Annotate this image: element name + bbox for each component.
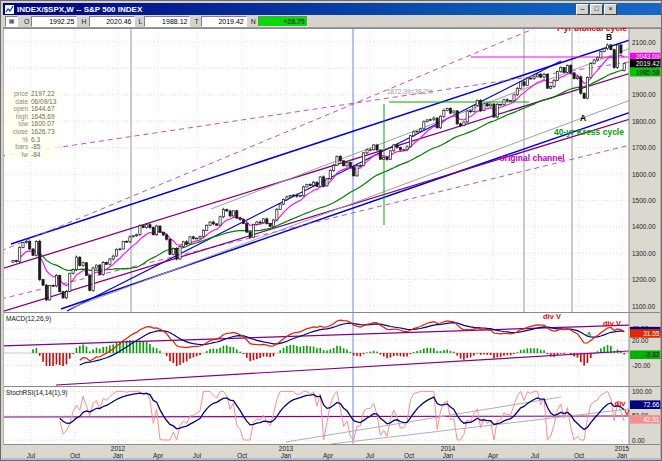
svg-text:1400.00: 1400.00 — [632, 223, 656, 230]
svg-text:Jul: Jul — [27, 452, 36, 459]
svg-text:Jan: Jan — [281, 452, 292, 459]
svg-text:1300.00: 1300.00 — [632, 250, 656, 257]
svg-text:B: B — [606, 32, 612, 42]
svg-text:20.00: 20.00 — [632, 337, 649, 344]
svg-text:Jan: Jan — [617, 452, 628, 459]
restore-button[interactable]: □ — [590, 4, 603, 15]
svg-text:Jul: Jul — [531, 452, 540, 459]
data-window-row: close1626.73 — [6, 128, 56, 136]
svg-text:1200.00: 1200.00 — [632, 276, 656, 283]
svg-text:A: A — [580, 113, 586, 123]
svg-text:31.55: 31.55 — [643, 330, 660, 337]
svg-text:1100.00: 1100.00 — [632, 303, 655, 310]
svg-text:div V: div V — [543, 312, 561, 321]
svg-text:1500.00: 1500.00 — [632, 197, 656, 204]
low-value: 1988.12 — [144, 16, 190, 27]
svg-text:72.66: 72.66 — [643, 401, 660, 408]
high-value: 2020.46 — [89, 16, 135, 27]
high-label: H — [81, 18, 86, 25]
svg-text:1700.00: 1700.00 — [632, 144, 656, 151]
svg-text:2019.42: 2019.42 — [636, 60, 660, 67]
svg-text:100.00: 100.00 — [632, 388, 652, 395]
macd-indicator-label: MACD(12,26,9) — [6, 315, 51, 322]
net-change-value: +28.75 — [258, 16, 308, 27]
svg-text:1600.00: 1600.00 — [632, 171, 656, 178]
svg-text:42.51: 42.51 — [643, 416, 660, 423]
trade-value: 2019.42 — [201, 16, 247, 27]
svg-text:1872.39=38.2%: 1872.39=38.2% — [387, 88, 433, 95]
chart-canvas[interactable]: 2100.002000.001900.001800.001700.001600.… — [1, 1, 662, 461]
data-window: price2197.22date06/09/13open1644.67high1… — [5, 89, 59, 159]
minimize-button[interactable]: – — [576, 4, 589, 15]
data-window-row: lw-84 — [6, 151, 56, 159]
chart-window: 2100.002000.001900.001800.001700.001600.… — [0, 0, 662, 461]
svg-text:-20.00: -20.00 — [632, 362, 651, 369]
quote-bar: ▦ O 1992.25 H 2020.46 L 1988.12 T 2019.4… — [3, 15, 661, 28]
data-window-row: price2197.22 — [6, 90, 56, 98]
low-label: L — [139, 18, 143, 25]
svg-text:Jan: Jan — [443, 452, 454, 459]
trade-label: T — [194, 18, 198, 25]
svg-text:1985.58: 1985.58 — [636, 69, 660, 76]
open-value: 1992.25 — [31, 16, 77, 27]
svg-text:2100.00: 2100.00 — [632, 39, 656, 46]
open-label: O — [24, 18, 29, 25]
svg-text:Apr: Apr — [488, 452, 499, 460]
svg-text:Oct: Oct — [70, 452, 80, 459]
net-change-label: N — [251, 18, 256, 25]
svg-text:0.00: 0.00 — [632, 437, 645, 444]
svg-text:40-yr Kress cycle: 40-yr Kress cycle — [554, 127, 624, 137]
data-window-row: date06/09/13 — [6, 98, 56, 106]
data-window-row: open1644.67 — [6, 105, 56, 113]
svg-text:original channel: original channel — [499, 153, 564, 163]
title-bar[interactable]: INDEX/$SPX,W -- S&P 500 INDEX – □ × — [3, 3, 661, 15]
svg-text:Oct: Oct — [404, 452, 414, 459]
window-title: INDEX/$SPX,W -- S&P 500 INDEX — [17, 5, 142, 14]
chart-app-icon — [5, 5, 14, 14]
svg-text:Apr: Apr — [323, 452, 334, 460]
svg-text:Jul: Jul — [366, 452, 375, 459]
svg-text:1800.00: 1800.00 — [632, 118, 656, 125]
svg-text:Apr: Apr — [153, 452, 164, 460]
svg-text:-2.82: -2.82 — [645, 351, 660, 358]
stochrsi-indicator-label: StochRSI(14,14(1),9) — [6, 389, 67, 396]
close-button[interactable]: × — [604, 4, 617, 15]
window-buttons: – □ × — [575, 4, 617, 15]
svg-text:V: V — [624, 408, 629, 417]
svg-text:Jul: Jul — [193, 452, 202, 459]
svg-text:1900.00: 1900.00 — [632, 91, 656, 98]
data-window-row: low1600.07 — [6, 120, 56, 128]
quote-grid-icon[interactable]: ▦ — [5, 16, 18, 27]
data-window-row: %6.3 — [6, 136, 56, 144]
svg-text:Oct: Oct — [574, 452, 584, 459]
data-window-row: high1645.69 — [6, 113, 56, 121]
data-window-row: bars-85 — [6, 143, 56, 151]
svg-text:div V: div V — [603, 319, 621, 328]
svg-text:Oct: Oct — [237, 452, 247, 459]
svg-text:div: div — [615, 399, 627, 408]
svg-text:Jan: Jan — [113, 452, 124, 459]
svg-text:Λ: Λ — [586, 330, 591, 339]
